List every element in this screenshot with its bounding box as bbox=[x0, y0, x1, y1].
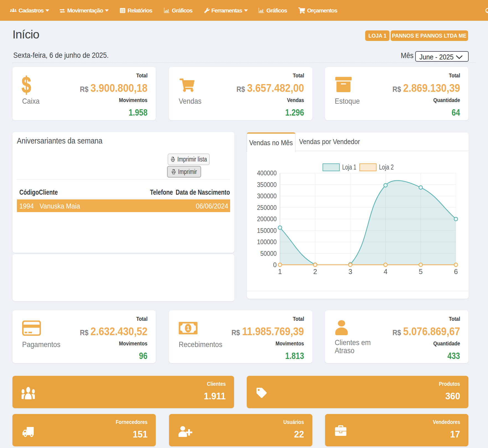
svg-text:1: 1 bbox=[186, 325, 190, 331]
svg-text:Loja 2: Loja 2 bbox=[379, 163, 394, 171]
svg-text:1: 1 bbox=[278, 268, 282, 275]
svg-text:350000: 350000 bbox=[257, 181, 277, 188]
svg-text:3: 3 bbox=[348, 268, 352, 275]
svg-text:150000: 150000 bbox=[257, 227, 277, 234]
svg-text:0: 0 bbox=[273, 261, 277, 269]
svg-text:50000: 50000 bbox=[260, 250, 277, 257]
svg-text:5: 5 bbox=[419, 268, 423, 275]
svg-text:4: 4 bbox=[384, 268, 388, 275]
svg-text:2: 2 bbox=[313, 268, 317, 275]
svg-text:300000: 300000 bbox=[257, 192, 277, 200]
svg-text:100000: 100000 bbox=[257, 238, 277, 246]
svg-text:250000: 250000 bbox=[257, 204, 277, 211]
svg-text:6: 6 bbox=[454, 268, 458, 275]
svg-text:200000: 200000 bbox=[257, 215, 277, 223]
svg-text:Loja 1: Loja 1 bbox=[342, 163, 356, 171]
svg-text:400000: 400000 bbox=[257, 170, 277, 177]
